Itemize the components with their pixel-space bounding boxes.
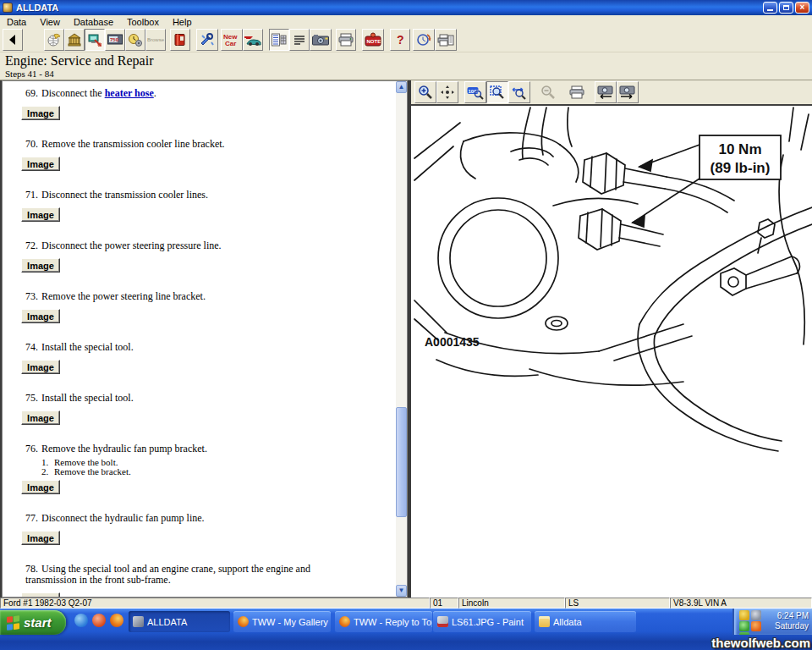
- globe-report-button[interactable]: [44, 29, 64, 51]
- image-button[interactable]: Image: [21, 106, 60, 120]
- page-title: Engine: Service and Repair: [5, 53, 807, 69]
- computer-repair-button[interactable]: [85, 29, 105, 51]
- pan-button[interactable]: [436, 81, 458, 103]
- status-bar: Ford #1 1982-03 Q2-07 01 Lincoln LS V8-3…: [0, 598, 812, 609]
- vertical-scrollbar[interactable]: ▲ ▼: [396, 81, 407, 597]
- history-button[interactable]: [413, 29, 435, 51]
- browse-button[interactable]: Browse: [145, 29, 166, 51]
- print-preview-icon: [437, 33, 454, 47]
- taskbar-button-tww-my-gallery-m[interactable]: TWW - My Gallery - M...: [233, 611, 331, 632]
- taskbar-button-label: TWW - Reply to Topic...: [354, 617, 432, 627]
- step-instruction: Install the special tool.: [41, 341, 134, 353]
- menu-data[interactable]: Data: [0, 17, 33, 27]
- technical-diagram: 10 Nm (89 lb-in) A0001435: [411, 106, 812, 598]
- step-block: 70.Remove the transmission cooler line b…: [3, 139, 397, 171]
- menu-view[interactable]: View: [33, 17, 67, 27]
- new-car-icon: NewCar: [222, 32, 241, 47]
- close-icon: ×: [800, 3, 805, 12]
- minimize-button[interactable]: [763, 2, 777, 14]
- zoom-100-button[interactable]: 100%: [464, 81, 486, 103]
- clock-parts-button[interactable]: [125, 29, 145, 51]
- restore-button[interactable]: [779, 2, 793, 14]
- bank-button[interactable]: [64, 29, 85, 51]
- new-car-button[interactable]: NewCar: [221, 29, 243, 51]
- zoom-in-button[interactable]: [414, 81, 436, 103]
- gear-flower-icon[interactable]: [751, 610, 761, 620]
- svg-text:Browse: Browse: [147, 37, 165, 42]
- torque-value-line1: 10 Nm: [718, 141, 761, 157]
- internet-explorer-icon[interactable]: [74, 614, 88, 627]
- book-button[interactable]: [170, 29, 190, 51]
- sub-step-text: Remove the bracket.: [54, 466, 131, 476]
- taskbar-button-alldata[interactable]: ALLDATA: [129, 611, 230, 632]
- previous-image-button[interactable]: [595, 81, 617, 103]
- tv-button[interactable]: 750: [105, 29, 125, 51]
- text-view-button[interactable]: [289, 29, 310, 51]
- car-return-button[interactable]: [243, 29, 263, 51]
- pan-icon: [440, 85, 455, 100]
- folder-icon: [539, 616, 550, 627]
- shield-icon[interactable]: [739, 610, 749, 620]
- image-button[interactable]: Image: [21, 309, 60, 323]
- clock[interactable]: 6:24 PM Saturday: [775, 611, 809, 631]
- image-button[interactable]: Image: [21, 410, 60, 425]
- list-view-button[interactable]: [269, 29, 289, 51]
- image-button[interactable]: Image: [21, 207, 60, 222]
- torque-value-line2: (89 lb-in): [710, 160, 771, 176]
- list-view-icon: [272, 33, 287, 47]
- print-button[interactable]: [336, 29, 356, 51]
- scrollbar-thumb[interactable]: [396, 407, 407, 517]
- tools-button[interactable]: [196, 29, 218, 51]
- step-text: 72.Disconnect the power steering pressur…: [3, 240, 341, 251]
- restore-icon: [783, 5, 789, 10]
- step-instruction: Disconnect the hydraulic fan pump line.: [41, 512, 205, 524]
- firefox-icon[interactable]: [110, 614, 123, 627]
- step-number: 69.: [25, 88, 41, 99]
- scroll-down-arrow[interactable]: ▼: [396, 585, 407, 597]
- sub-step: 2.Remove the bracket.: [3, 467, 397, 476]
- menu-bar: Data View Database Toolbox Help: [0, 15, 812, 28]
- camera-view-button[interactable]: [310, 29, 332, 51]
- menu-database[interactable]: Database: [67, 17, 120, 27]
- image-button[interactable]: Image: [21, 531, 60, 545]
- start-button[interactable]: start: [0, 610, 66, 635]
- app-window: ALLDATA × Data View Database Toolbox Hel…: [0, 0, 812, 650]
- image-button[interactable]: Image: [21, 360, 60, 374]
- step-number: 76.: [25, 443, 41, 454]
- taskbar-button-alldata[interactable]: Alldata: [535, 611, 636, 632]
- image-button[interactable]: Image: [21, 480, 60, 494]
- scroll-up-arrow[interactable]: ▲: [396, 81, 407, 93]
- heater-hose-link[interactable]: heater hose: [105, 87, 154, 99]
- zoom-out-button[interactable]: [537, 81, 559, 103]
- step-block: 69.Disconnect the heater hose.Image: [3, 88, 397, 120]
- windows-flag-icon: [7, 615, 20, 631]
- step-number: 74.: [25, 342, 41, 353]
- zoom-fit-button[interactable]: [486, 81, 508, 103]
- menu-toolbox[interactable]: Toolbox: [120, 17, 166, 27]
- next-image-button[interactable]: [617, 81, 639, 103]
- note-button[interactable]: NOTE: [362, 29, 384, 51]
- image-button[interactable]: Image: [21, 258, 60, 273]
- viewer-print-button[interactable]: [566, 81, 588, 103]
- image-button[interactable]: Image: [21, 592, 60, 597]
- partial-app-icon[interactable]: [739, 632, 749, 635]
- orange-grid-icon[interactable]: [751, 621, 761, 631]
- print-preview-button[interactable]: [435, 29, 457, 51]
- camera-view-icon: [312, 33, 329, 47]
- download-manager-icon[interactable]: [92, 614, 106, 627]
- image-button[interactable]: Image: [21, 157, 60, 171]
- step-number: 70.: [25, 139, 41, 150]
- image-viewer-panel: 100%: [411, 80, 812, 598]
- taskbar-button-ls61-jpg-paint[interactable]: LS61.JPG - Paint: [433, 611, 531, 632]
- back-button[interactable]: [3, 29, 23, 51]
- close-button[interactable]: ×: [795, 2, 809, 14]
- menu-help[interactable]: Help: [166, 17, 199, 27]
- step-text: 75.Install the special tool.: [3, 393, 341, 404]
- zoom-width-button[interactable]: [508, 81, 530, 103]
- green-app-icon[interactable]: [739, 621, 749, 631]
- window-title: ALLDATA: [16, 3, 761, 13]
- page-subtitle: Steps 41 - 84: [5, 69, 807, 79]
- quick-launch-bar: [74, 614, 123, 627]
- taskbar-button-tww-reply-to-topic[interactable]: TWW - Reply to Topic...: [335, 611, 432, 632]
- help-button[interactable]: ?: [390, 29, 410, 51]
